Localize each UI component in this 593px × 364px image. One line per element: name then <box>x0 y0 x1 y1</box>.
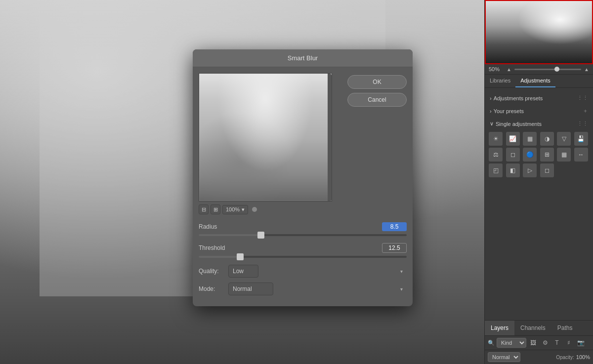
mode-select[interactable]: Normal Edge Only Overlay Edge <box>228 283 273 295</box>
opacity-label: Opacity: <box>556 355 574 360</box>
threshold-header: Threshold 12.5 <box>199 243 407 253</box>
selective-color-icon[interactable]: ◻ <box>540 163 554 177</box>
chevron-right-icon: › <box>490 95 492 101</box>
preview-zoom-out-btn[interactable]: ⊟ <box>199 204 209 214</box>
quality-select[interactable]: Low Medium High <box>228 265 258 278</box>
panel-zoom-bar: 50% ▲ ▲ <box>485 64 593 75</box>
black-white-icon[interactable]: ◻ <box>506 148 520 162</box>
exposure-icon[interactable]: ◑ <box>540 132 554 146</box>
blend-mode-row: Normal Opacity: 100% <box>485 350 593 364</box>
radius-label: Radius <box>199 223 217 230</box>
dialog-controls: OK Cancel <box>347 73 407 214</box>
vibrance-icon[interactable]: ▽ <box>557 132 571 146</box>
blend-mode-wrapper: Normal <box>488 352 554 362</box>
your-presets-label: › Your presets <box>490 108 524 114</box>
zoom-select[interactable]: 100% ▾ <box>222 205 248 214</box>
color-balance-icon[interactable]: ⚖ <box>489 148 503 162</box>
threshold-label: Threshold <box>199 244 225 251</box>
channel-mixer-icon[interactable]: ⊞ <box>540 148 554 162</box>
gradient-map-icon[interactable]: ▷ <box>523 163 537 177</box>
sliders-section: Radius 8.5 Threshold 12.5 <box>193 220 413 306</box>
radius-slider-track[interactable] <box>199 234 407 236</box>
layer-icon-btn-1[interactable]: 🖼 <box>528 338 538 348</box>
dialog-body: ⊟ ⊞ 100% ▾ OK Cancel <box>193 67 413 220</box>
bottom-panel: Layers Channels Paths 🔍 Kind 🖼 ⚙ T ♯ 📷 N… <box>485 320 593 364</box>
mode-row: Mode: Normal Edge Only Overlay Edge ▾ <box>199 283 407 295</box>
bottom-panel-tabs: Layers Channels Paths <box>485 321 593 336</box>
adjustments-presets-label: › Adjustments presets <box>490 95 543 101</box>
tab-adjustments[interactable]: Adjustments <box>515 75 555 87</box>
zoom-thumb[interactable] <box>554 67 559 72</box>
chevron-down-icon: ∨ <box>490 121 494 127</box>
quality-dropdown-wrapper: Low Medium High ▾ <box>228 265 407 278</box>
your-presets-section[interactable]: › Your presets ＋ <box>485 104 593 118</box>
preview-image[interactable] <box>199 73 332 202</box>
search-icon: 🔍 <box>488 340 495 346</box>
ok-button[interactable]: OK <box>347 75 407 89</box>
single-adjustments-menu-icon[interactable]: ⋮⋮ <box>577 121 588 127</box>
photo-filter-icon[interactable]: 🔵 <box>523 148 537 162</box>
threshold-icon[interactable]: ◧ <box>506 163 520 177</box>
tab-libraries[interactable]: Libraries <box>485 75 515 87</box>
mode-dropdown-wrapper: Normal Edge Only Overlay Edge ▾ <box>228 283 407 295</box>
mode-label: Mode: <box>199 285 228 292</box>
preview-scrollbar[interactable] <box>328 74 332 201</box>
single-adjustments-label: ∨ Single adjustments <box>490 121 542 127</box>
layer-icon-btn-4[interactable]: ♯ <box>564 338 574 348</box>
quality-label: Quality: <box>199 268 228 275</box>
layer-icon-btn-5[interactable]: 📷 <box>576 338 586 348</box>
zoom-slider[interactable] <box>514 69 581 70</box>
curves-icon[interactable]: 📈 <box>506 132 520 146</box>
radius-header: Radius 8.5 <box>199 222 407 231</box>
dialog-preview: ⊟ ⊞ 100% ▾ <box>199 73 341 214</box>
opacity-value: 100% <box>576 354 590 360</box>
hsl-icon[interactable]: 💾 <box>574 132 588 146</box>
smart-blur-dialog: Smart Blur ⊟ ⊞ 100% ▾ <box>193 49 413 306</box>
mode-dropdown-arrow: ▾ <box>400 286 403 292</box>
radius-slider-fill <box>199 234 261 236</box>
zoom-value: 100% <box>226 206 240 212</box>
quality-dropdown-arrow: ▾ <box>400 269 403 274</box>
zoom-arrow-right[interactable]: ▲ <box>584 67 589 72</box>
radius-slider-thumb[interactable] <box>257 232 264 239</box>
panel-thumbnail <box>485 0 593 64</box>
zoom-dropdown-arrow: ▾ <box>242 206 245 213</box>
preview-controls: ⊟ ⊞ 100% ▾ <box>199 204 341 214</box>
blend-mode-select[interactable]: Normal <box>488 352 520 362</box>
add-preset-icon[interactable]: ＋ <box>583 107 588 115</box>
chevron-right-icon-2: › <box>490 108 492 114</box>
zoom-arrow-up[interactable]: ▲ <box>507 67 511 72</box>
brightness-icon[interactable]: ☀ <box>489 132 503 146</box>
layer-icon-btn-2[interactable]: ⚙ <box>540 338 550 348</box>
threshold-value[interactable]: 12.5 <box>382 243 407 253</box>
thumbnail-image <box>486 1 592 63</box>
invert-icon[interactable]: ↔ <box>574 148 588 162</box>
color-lookup-icon[interactable]: ▦ <box>557 148 571 162</box>
tab-channels[interactable]: Channels <box>514 321 551 335</box>
panel-zoom-value: 50% <box>489 66 504 72</box>
radius-value[interactable]: 8.5 <box>382 222 407 231</box>
levels-icon[interactable]: ▦ <box>523 132 537 146</box>
preview-image-content <box>199 74 332 201</box>
kind-select[interactable]: Kind <box>497 338 526 348</box>
adjustments-grid: ☀ 📈 ▦ ◑ ▽ 💾 ⚖ ◻ 🔵 ⊞ ▦ ↔ ◰ ◧ ▷ ◻ <box>485 130 593 179</box>
preview-zoom-in-btn[interactable]: ⊞ <box>211 204 220 214</box>
single-adjustments-section[interactable]: ∨ Single adjustments ⋮⋮ <box>485 118 593 130</box>
panel-tabs: Libraries Adjustments <box>485 75 593 88</box>
layer-icon-btn-3[interactable]: T <box>552 338 562 348</box>
radius-row: Radius 8.5 <box>199 222 407 236</box>
right-panel: 50% ▲ ▲ Libraries Adjustments › Adjustme… <box>484 0 593 364</box>
canvas-area: Smart Blur ⊟ ⊞ 100% ▾ <box>0 0 484 364</box>
cancel-button[interactable]: Cancel <box>347 93 407 107</box>
threshold-slider-fill <box>199 256 240 258</box>
threshold-row: Threshold 12.5 <box>199 243 407 258</box>
tab-paths[interactable]: Paths <box>551 321 579 335</box>
threshold-slider-track[interactable] <box>199 256 407 258</box>
threshold-slider-thumb[interactable] <box>237 253 244 260</box>
posterize-icon[interactable]: ◰ <box>489 163 503 177</box>
dialog-titlebar: Smart Blur <box>193 49 413 67</box>
adjustments-presets-section[interactable]: › Adjustments presets ⋮⋮ <box>485 92 593 104</box>
panel-content: › Adjustments presets ⋮⋮ › Your presets … <box>485 88 593 320</box>
tab-layers[interactable]: Layers <box>485 321 514 335</box>
adjustments-presets-menu-icon[interactable]: ⋮⋮ <box>577 95 588 101</box>
